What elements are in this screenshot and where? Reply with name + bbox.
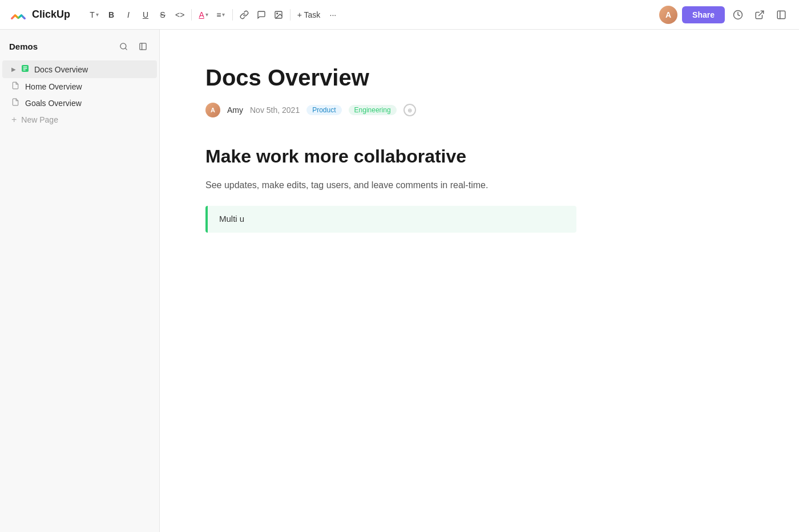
sidebar-actions bbox=[116, 39, 150, 54]
code-button[interactable]: <> bbox=[172, 6, 188, 23]
sidebar-search-button[interactable] bbox=[116, 39, 131, 54]
docs-overview-page-icon bbox=[21, 64, 30, 75]
new-page-item[interactable]: + New Page bbox=[2, 111, 157, 128]
doc-date: Nov 5th, 2021 bbox=[250, 105, 300, 115]
text-color-arrow: ▾ bbox=[205, 11, 208, 18]
sidebar-item-goals-overview[interactable]: Goals Overview bbox=[2, 95, 157, 111]
toolbar-divider-1 bbox=[191, 9, 192, 21]
workspace-name: Demos bbox=[9, 42, 38, 51]
sidebar-collapse-button[interactable] bbox=[135, 39, 150, 54]
comment-button[interactable] bbox=[253, 6, 269, 23]
sidebar-header: Demos bbox=[0, 39, 159, 60]
text-formatting-tools: T ▾ B I U S <> A ▾ ≡ ▾ + Task ··· bbox=[86, 6, 341, 23]
strikethrough-button[interactable]: S bbox=[155, 6, 171, 23]
main-layout: Demos ▶ Docs Overview Home Overv bbox=[0, 30, 799, 532]
svg-rect-8 bbox=[139, 43, 146, 49]
author-name: Amy bbox=[227, 105, 243, 115]
document-content: Docs Overview A Amy Nov 5th, 2021 Produc… bbox=[160, 30, 799, 532]
link-button[interactable] bbox=[236, 6, 252, 23]
export-button[interactable] bbox=[751, 6, 768, 23]
svg-line-7 bbox=[125, 48, 127, 50]
toolbar: ClickUp T ▾ B I U S <> A ▾ ≡ ▾ + T bbox=[0, 0, 799, 30]
underline-button[interactable]: U bbox=[138, 6, 154, 23]
add-task-button[interactable]: + Task bbox=[294, 6, 324, 23]
goals-overview-icon bbox=[11, 98, 21, 108]
doc-meta: A Amy Nov 5th, 2021 Product Engineering … bbox=[205, 103, 753, 117]
docs-overview-arrow: ▶ bbox=[11, 66, 16, 72]
toolbar-divider-3 bbox=[290, 9, 290, 21]
sidebar: Demos ▶ Docs Overview Home Overv bbox=[0, 30, 160, 532]
author-avatar: A bbox=[205, 103, 220, 117]
sidebar-item-docs-overview[interactable]: ▶ Docs Overview bbox=[2, 60, 157, 78]
svg-point-1 bbox=[276, 13, 277, 14]
home-overview-icon bbox=[11, 82, 21, 91]
section-subtitle: See updates, make edits, tag users, and … bbox=[205, 178, 753, 193]
embed-button[interactable] bbox=[271, 6, 286, 23]
layout-button[interactable] bbox=[773, 6, 790, 23]
text-style-arrow: ▾ bbox=[96, 11, 99, 18]
clickup-logo[interactable]: ClickUp bbox=[9, 6, 70, 24]
history-button[interactable] bbox=[729, 6, 746, 23]
section-title: Make work more collaborative bbox=[205, 145, 753, 169]
app-name: ClickUp bbox=[32, 9, 70, 21]
home-overview-label: Home Overview bbox=[25, 82, 148, 91]
share-button[interactable]: Share bbox=[682, 6, 725, 23]
svg-line-3 bbox=[759, 11, 764, 15]
bold-button[interactable]: B bbox=[103, 6, 119, 23]
text-color-button[interactable]: A ▾ bbox=[195, 6, 211, 23]
align-arrow: ▾ bbox=[222, 11, 225, 18]
docs-overview-label: Docs Overview bbox=[34, 65, 148, 74]
doc-title: Docs Overview bbox=[205, 64, 753, 91]
svg-rect-4 bbox=[777, 11, 785, 19]
italic-button[interactable]: I bbox=[120, 6, 136, 23]
new-page-plus-icon: + bbox=[11, 115, 17, 125]
blockquote: Multi u bbox=[205, 206, 576, 233]
tag-product[interactable]: Product bbox=[306, 105, 341, 115]
user-avatar[interactable]: A bbox=[659, 6, 677, 24]
align-button[interactable]: ≡ ▾ bbox=[213, 6, 229, 23]
toolbar-divider-2 bbox=[232, 9, 233, 21]
more-options-button[interactable]: ··· bbox=[325, 6, 341, 23]
blockquote-text[interactable]: Multi u bbox=[208, 206, 256, 233]
text-style-button[interactable]: T ▾ bbox=[86, 6, 102, 23]
sidebar-item-home-overview[interactable]: Home Overview bbox=[2, 78, 157, 95]
add-tag-button[interactable]: ⊕ bbox=[403, 104, 416, 116]
goals-overview-label: Goals Overview bbox=[25, 99, 148, 108]
new-page-label: New Page bbox=[21, 115, 58, 124]
toolbar-right: A Share bbox=[659, 6, 790, 24]
tag-engineering[interactable]: Engineering bbox=[349, 105, 397, 115]
